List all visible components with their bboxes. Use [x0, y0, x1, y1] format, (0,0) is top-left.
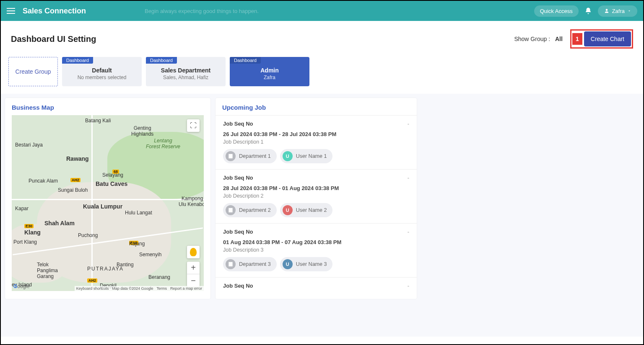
map-label-semenyih: Semenyih — [139, 252, 161, 257]
map-data-text: Map data ©2024 Google — [112, 286, 153, 291]
dept-chip[interactable]: Department 3 — [223, 257, 277, 271]
collapse-icon[interactable]: - — [408, 175, 409, 181]
collapse-icon[interactable]: - — [408, 283, 409, 289]
page-header: Dashboard UI Setting Show Group : All 1 … — [1, 21, 643, 57]
job-item[interactable]: Job Seq No- — [216, 277, 417, 295]
menu-icon[interactable] — [7, 8, 15, 14]
map-label-batucaves: Batu Caves — [96, 180, 127, 187]
zoom-out-button[interactable]: − — [187, 274, 200, 287]
group-sub: Zafra — [235, 75, 304, 80]
quick-access-button[interactable]: Quick Access — [534, 5, 579, 17]
map-label-genting: Genting Highlands — [131, 125, 153, 137]
user-chip[interactable]: UUser Name 2 — [280, 203, 333, 217]
group-sub: Sales, Ahmad, Hafiz — [151, 75, 221, 80]
map-panel-title: Business Map — [12, 104, 204, 111]
group-title: Sales Department — [151, 67, 221, 74]
map-label-rawang: Rawang — [66, 155, 89, 162]
pegman-icon[interactable] — [187, 246, 200, 258]
job-seq: Job Seq No — [223, 283, 253, 289]
dept-name: Department 3 — [239, 261, 271, 267]
dept-name: Department 1 — [239, 153, 271, 159]
job-desc: Job Description 3 — [223, 247, 409, 253]
user-menu[interactable]: Zafra — [598, 5, 637, 17]
job-item[interactable]: Job Seq No-01 Aug 2024 03:38 PM - 07 Aug… — [216, 223, 417, 277]
create-chart-callout: 1 Create Chart — [570, 29, 633, 49]
map-label-batangkali: Batang Kali — [85, 118, 111, 124]
show-group-value: All — [555, 36, 563, 42]
job-seq: Job Seq No — [223, 121, 253, 127]
chevron-down-icon — [627, 9, 631, 13]
user-name-text: User Name 3 — [296, 261, 327, 267]
dept-chip[interactable]: Department 1 — [223, 149, 277, 163]
map-label-ulukenaboi: Kampong Ulu Kenaboi — [179, 196, 204, 207]
map-label-shahalam: Shah Alam — [44, 220, 75, 227]
group-sub: No members selected — [67, 75, 137, 80]
group-card-admin[interactable]: Dashboard Admin Zafra — [230, 57, 309, 86]
callout-number: 1 — [572, 33, 582, 45]
create-chart-button[interactable]: Create Chart — [584, 31, 631, 46]
job-date: 01 Aug 2024 03:38 PM - 07 Aug 2024 03:38… — [223, 239, 409, 245]
building-icon — [226, 151, 236, 161]
map-terms-link[interactable]: Terms — [156, 286, 167, 291]
map-label-klang: Klang — [24, 229, 41, 236]
group-row: Create Group Dashboard Default No member… — [1, 57, 643, 94]
zoom-control: + − — [187, 262, 200, 287]
show-group-label: Show Group : — [514, 36, 550, 42]
user-name-text: User Name 1 — [296, 153, 327, 159]
map-label-puchong: Puchong — [78, 232, 98, 238]
building-icon — [226, 205, 236, 215]
job-item[interactable]: Job Seq No-28 Jul 2024 03:38 PM - 01 Aug… — [216, 169, 417, 223]
user-icon — [604, 8, 610, 14]
google-logo: Google — [13, 283, 30, 289]
jobs-panel-title: Upcoming Job — [216, 104, 417, 111]
jobs-list: Job Seq No-26 Jul 2024 03:38 PM - 28 Jul… — [216, 115, 417, 295]
motto-text: Begin always expecting good things to ha… — [145, 8, 259, 14]
map-attribution: Keyboard shortcuts Map data ©2024 Google… — [75, 286, 204, 291]
user-chip[interactable]: UUser Name 1 — [280, 149, 333, 163]
building-icon — [226, 259, 236, 269]
group-tag: Dashboard — [146, 57, 177, 64]
dashboard-area: Business Map AH2 68 E30 AH2 E18 Kuala Lu… — [1, 94, 643, 337]
job-date: 28 Jul 2024 03:38 PM - 01 Aug 2024 03:38… — [223, 185, 409, 191]
map-label-kapar: Kapar — [15, 206, 29, 211]
group-title: Default — [67, 67, 137, 74]
collapse-icon[interactable]: - — [408, 229, 409, 235]
map-label-puncakalam: Puncak Alam — [29, 178, 58, 184]
map-label-kajang: Kajang — [129, 241, 145, 247]
group-tag: Dashboard — [62, 57, 93, 64]
user-avatar: U — [283, 151, 293, 161]
user-chip[interactable]: UUser Name 3 — [280, 257, 333, 271]
brand-title: Sales Connection — [23, 7, 86, 15]
user-avatar: U — [283, 205, 293, 215]
job-desc: Job Description 2 — [223, 193, 409, 199]
collapse-icon[interactable]: - — [408, 121, 409, 127]
business-map-panel: Business Map AH2 68 E30 AH2 E18 Kuala Lu… — [5, 98, 210, 299]
map-label-portklang: Port Klang — [13, 239, 37, 245]
user-avatar: U — [283, 259, 293, 269]
dept-chip[interactable]: Department 2 — [223, 203, 277, 217]
fullscreen-icon[interactable]: ⛶ — [187, 119, 200, 132]
map-label-bestarijaya: Bestari Jaya — [15, 142, 43, 148]
map-shortcuts-link[interactable]: Keyboard shortcuts — [76, 286, 109, 291]
job-desc: Job Description 1 — [223, 139, 409, 145]
map-report-link[interactable]: Report a map error — [170, 286, 202, 291]
show-group-filter[interactable]: Show Group : All — [514, 36, 562, 42]
notification-icon[interactable] — [584, 7, 592, 15]
map-canvas[interactable]: AH2 68 E30 AH2 E18 Kuala Lumpur PUTRAJAY… — [12, 115, 204, 291]
map-label-hululangat: Hulu Langat — [125, 210, 152, 216]
map-label-lentang: Lentang Forest Reserve — [146, 138, 180, 149]
zoom-in-button[interactable]: + — [187, 262, 200, 274]
dept-name: Department 2 — [239, 207, 271, 213]
user-name: Zafra — [612, 8, 625, 14]
group-title: Admin — [235, 67, 304, 74]
page-title: Dashboard UI Setting — [11, 34, 96, 44]
job-item[interactable]: Job Seq No-26 Jul 2024 03:38 PM - 28 Jul… — [216, 115, 417, 169]
job-date: 26 Jul 2024 03:38 PM - 28 Jul 2024 03:38… — [223, 131, 409, 137]
map-label-sungaibuloh: Sungai Buloh — [58, 187, 88, 193]
map-label-telok: Telok Panglima Garang — [37, 262, 58, 279]
group-card-sales[interactable]: Dashboard Sales Department Sales, Ahmad,… — [146, 57, 226, 86]
group-card-default[interactable]: Dashboard Default No members selected — [62, 57, 142, 86]
create-group-button[interactable]: Create Group — [8, 57, 58, 86]
map-label-kl: Kuala Lumpur — [83, 203, 122, 210]
group-tag: Dashboard — [230, 57, 261, 64]
